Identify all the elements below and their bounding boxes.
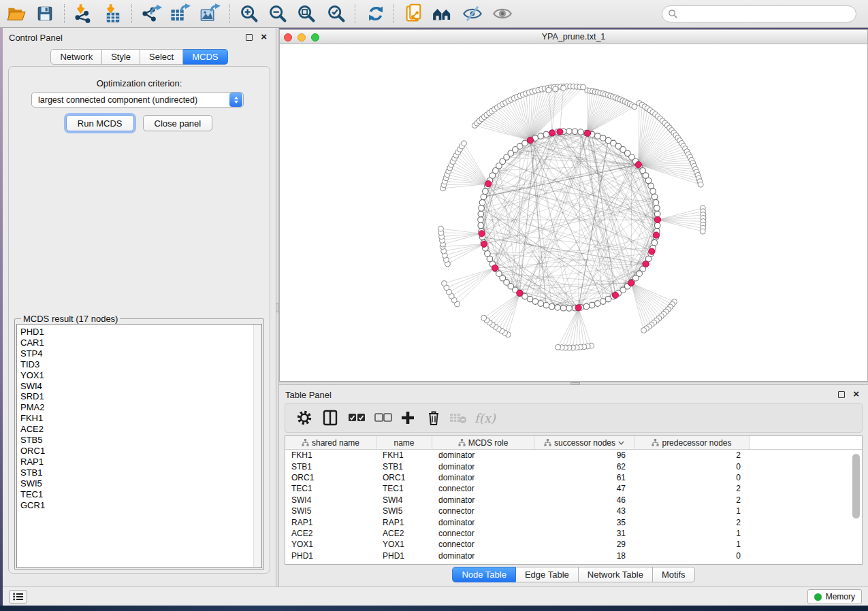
tab-node-table[interactable]: Node Table bbox=[452, 567, 516, 582]
mcds-result-item[interactable]: SWI4 bbox=[20, 381, 261, 392]
table-row[interactable]: SWI4SWI4dominator462 bbox=[285, 495, 862, 506]
column-header-successor_nodes[interactable]: successor nodes bbox=[534, 436, 634, 449]
open-file-button[interactable] bbox=[5, 3, 27, 24]
deselect-all-button[interactable] bbox=[374, 408, 392, 427]
import-network-button[interactable] bbox=[72, 3, 94, 24]
network-window-titlebar: YPA_prune.txt_1 bbox=[280, 30, 867, 44]
cell-mcds_role: connector bbox=[432, 529, 534, 538]
mcds-result-item[interactable]: GCR1 bbox=[20, 500, 261, 511]
mcds-result-item[interactable]: CAR1 bbox=[20, 337, 261, 348]
zoom-in-icon bbox=[240, 4, 259, 23]
float-window-icon[interactable] bbox=[246, 34, 253, 41]
delete-table-button-disabled bbox=[449, 408, 467, 427]
table-row[interactable]: STB1STB1dominator620 bbox=[285, 461, 862, 472]
run-mcds-button[interactable]: Run MCDS bbox=[66, 115, 134, 131]
cell-shared_name: TEC1 bbox=[285, 484, 376, 493]
table-row[interactable]: RAP1RAP1dominator352 bbox=[285, 516, 862, 527]
column-header-mcds_role[interactable]: MCDS role bbox=[432, 436, 534, 449]
node-table: shared namenameMCDS rolesuccessor nodesp… bbox=[285, 435, 863, 565]
tab-motifs[interactable]: Motifs bbox=[653, 567, 695, 582]
table-row[interactable]: TEC1TEC1connector472 bbox=[285, 483, 862, 494]
control-panel: Control Panel × NetworkStyleSelectMCDS O… bbox=[3, 28, 276, 587]
tab-select[interactable]: Select bbox=[140, 49, 183, 65]
network-manager-button[interactable] bbox=[432, 3, 453, 24]
table-settings-button[interactable] bbox=[296, 408, 312, 427]
scrollbar-thumb[interactable] bbox=[852, 454, 860, 518]
mcds-result-item[interactable]: PMA2 bbox=[20, 402, 261, 413]
cell-predecessor_nodes: 2 bbox=[634, 495, 750, 505]
tab-network[interactable]: Network bbox=[50, 49, 102, 65]
table-row[interactable]: ACE2ACE2connector311 bbox=[285, 528, 862, 539]
table-row[interactable]: YOX1YOX1connector291 bbox=[285, 539, 862, 550]
mcds-result-item[interactable]: STB1 bbox=[20, 467, 261, 478]
zoom-selected-button[interactable] bbox=[325, 3, 347, 24]
mcds-result-item[interactable]: FKH1 bbox=[20, 413, 261, 424]
import-table-icon bbox=[103, 3, 123, 24]
import-table-button[interactable] bbox=[102, 3, 124, 24]
zoom-out-button[interactable] bbox=[267, 3, 289, 24]
tab-mcds[interactable]: MCDS bbox=[183, 49, 227, 65]
mcds-result-item[interactable]: SRD1 bbox=[20, 391, 261, 402]
mcds-result-item[interactable]: TID3 bbox=[20, 359, 261, 370]
delete-column-button[interactable] bbox=[426, 408, 441, 427]
network-canvas[interactable] bbox=[280, 44, 867, 381]
cell-predecessor_nodes: 1 bbox=[634, 529, 750, 538]
network-graph[interactable] bbox=[280, 44, 867, 381]
export-table-button[interactable] bbox=[169, 3, 191, 24]
table-panel: Table Panel × f(x) shared namenameMCDS bbox=[279, 385, 868, 587]
table-row[interactable]: PHD1PHD1dominator180 bbox=[285, 550, 862, 561]
hide-details-button[interactable] bbox=[462, 3, 483, 24]
cell-successor_nodes: 96 bbox=[534, 450, 634, 460]
tab-network-table[interactable]: Network Table bbox=[579, 567, 653, 582]
cell-mcds_role: connector bbox=[432, 506, 534, 516]
mcds-result-title: MCDS result (17 nodes) bbox=[21, 314, 120, 324]
close-panel-icon[interactable]: × bbox=[853, 388, 859, 400]
show-columns-button[interactable] bbox=[322, 408, 338, 427]
refresh-icon bbox=[366, 4, 385, 23]
memory-button[interactable]: Memory bbox=[807, 589, 862, 604]
close-panel-button[interactable]: Close panel bbox=[143, 115, 213, 131]
show-details-button[interactable] bbox=[492, 3, 513, 24]
table-row[interactable]: SWI5SWI5connector431 bbox=[285, 506, 862, 516]
table-row[interactable]: ORC1ORC1dominator610 bbox=[285, 472, 862, 483]
criterion-dropdown[interactable]: largest connected component (undirected) bbox=[31, 92, 244, 108]
mcds-result-item[interactable]: ORC1 bbox=[20, 446, 261, 457]
splitter-handle[interactable] bbox=[570, 382, 580, 384]
task-history-button[interactable] bbox=[9, 590, 27, 604]
select-all-button[interactable] bbox=[348, 408, 366, 427]
cell-name: PHD1 bbox=[376, 551, 432, 561]
table-row[interactable]: FKH1FKH1dominator962 bbox=[285, 450, 862, 461]
tab-edge-table[interactable]: Edge Table bbox=[516, 567, 579, 582]
zoom-fit-button[interactable] bbox=[295, 3, 317, 24]
mcds-result-item[interactable]: RAP1 bbox=[20, 457, 261, 467]
attribute-type-icon bbox=[544, 439, 551, 446]
column-header-name[interactable]: name bbox=[376, 436, 432, 449]
result-list-scrollbar[interactable] bbox=[253, 325, 261, 567]
mcds-result-item[interactable]: YOX1 bbox=[20, 370, 261, 381]
mcds-result-list: PHD1CAR1STP4TID3YOX1SWI4SRD1PMA2FKH1ACE2… bbox=[16, 324, 262, 568]
mcds-result-item[interactable]: ACE2 bbox=[20, 424, 261, 435]
float-window-icon[interactable] bbox=[838, 391, 845, 398]
mcds-result-item[interactable]: TEC1 bbox=[20, 489, 261, 500]
plus-icon bbox=[400, 410, 415, 425]
export-image-button[interactable] bbox=[199, 3, 221, 24]
export-network-button[interactable] bbox=[140, 3, 162, 24]
zoom-in-button[interactable] bbox=[238, 3, 260, 24]
tab-style[interactable]: Style bbox=[102, 49, 140, 65]
column-header-predecessor_nodes[interactable]: predecessor nodes bbox=[634, 436, 750, 449]
open-folder-icon bbox=[7, 5, 26, 22]
search-input[interactable] bbox=[678, 8, 856, 20]
table-scrollbar[interactable] bbox=[852, 452, 860, 561]
search-box bbox=[662, 5, 856, 22]
mcds-result-item[interactable]: SWI5 bbox=[20, 478, 261, 489]
mcds-result-item[interactable]: STB5 bbox=[20, 435, 261, 446]
save-session-button[interactable] bbox=[34, 3, 56, 24]
mcds-result-item[interactable]: STP4 bbox=[20, 348, 261, 359]
refresh-button[interactable] bbox=[365, 3, 387, 24]
close-panel-icon[interactable]: × bbox=[261, 31, 267, 43]
column-header-shared_name[interactable]: shared name bbox=[285, 436, 376, 449]
column-label: predecessor nodes bbox=[662, 438, 731, 448]
add-column-button[interactable] bbox=[400, 408, 415, 427]
mcds-result-item[interactable]: PHD1 bbox=[20, 327, 261, 337]
share-document-button[interactable] bbox=[403, 3, 425, 24]
